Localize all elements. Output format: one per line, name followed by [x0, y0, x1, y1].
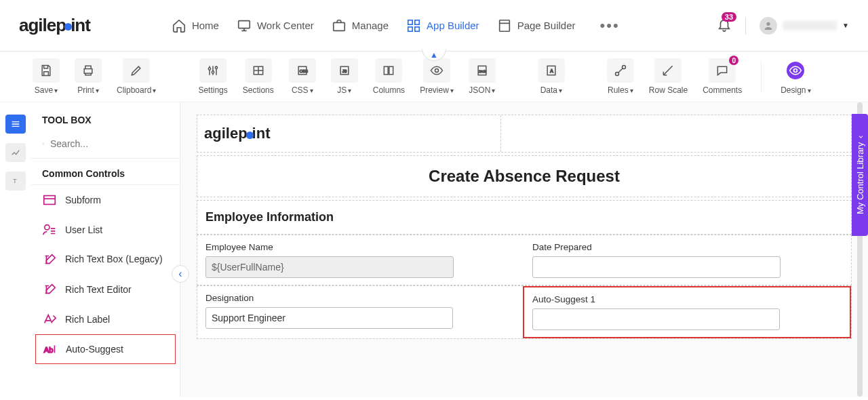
briefcase-icon: [332, 18, 347, 33]
date-prepared-input[interactable]: [532, 256, 781, 278]
logo-dot-icon: [246, 132, 254, 139]
nav-app-builder[interactable]: App Builder: [406, 17, 479, 35]
left-rail: T: [0, 102, 31, 397]
save-label: Save: [35, 85, 53, 95]
design-button[interactable]: Design▾: [781, 58, 810, 95]
rail-toolbox[interactable]: [5, 115, 26, 134]
columns-button[interactable]: Columns: [373, 58, 405, 95]
field-designation[interactable]: Designation: [197, 286, 523, 338]
employee-name-input[interactable]: [205, 256, 454, 278]
preview-label: Preview: [420, 85, 449, 95]
sidebar-collapse-button[interactable]: ‹: [172, 265, 189, 283]
svg-rect-1: [334, 22, 345, 31]
control-rich-label[interactable]: Rich Label: [31, 304, 180, 334]
rich-label-icon: [42, 312, 57, 327]
columns-icon: [382, 64, 395, 77]
form-header-row[interactable]: agilepint: [197, 115, 852, 153]
field-employee-name[interactable]: Employee Name: [197, 235, 524, 285]
json-icon: JSON: [475, 64, 489, 77]
data-button[interactable]: A Data▾: [538, 58, 565, 95]
rail-data[interactable]: [5, 143, 26, 162]
user-menu[interactable]: ▼: [760, 17, 849, 35]
nav-work-center[interactable]: Work Center: [237, 17, 314, 35]
columns-label: Columns: [373, 85, 405, 95]
notifications-badge: 33: [722, 12, 736, 22]
control-library-tab[interactable]: My Control Library ‹: [852, 114, 868, 236]
control-auto-suggest-label: Auto-Suggest: [66, 344, 123, 355]
brand-logo: agilepint: [19, 15, 90, 36]
css-button[interactable]: CSS CSS▾: [289, 58, 316, 95]
toolbox-panel: TOOL BOX Common Controls Subform User Li…: [31, 102, 180, 397]
js-icon: JS: [338, 64, 351, 77]
form-logo: agilepint: [204, 125, 494, 142]
nav-app-builder-label: App Builder: [427, 20, 479, 31]
control-rich-text-legacy-label: Rich Text Box (Legacy): [65, 254, 163, 264]
control-user-list[interactable]: User List: [31, 215, 180, 245]
nav-more[interactable]: •••: [600, 17, 620, 35]
designation-label: Designation: [205, 293, 515, 303]
control-rich-label-label: Rich Label: [65, 314, 110, 325]
notifications-button[interactable]: 33: [717, 17, 732, 35]
sections-icon: [252, 64, 265, 77]
save-button[interactable]: Save▾: [33, 58, 60, 95]
control-rich-text-legacy[interactable]: Rich Text Box (Legacy): [31, 245, 180, 275]
nav-manage[interactable]: Manage: [332, 17, 389, 35]
row-2: Designation Auto-Suggest 1: [197, 285, 852, 339]
designation-input[interactable]: [205, 307, 453, 329]
data-label: Data: [540, 85, 557, 95]
nav-home[interactable]: Home: [172, 17, 219, 35]
control-auto-suggest[interactable]: Ab Auto-Suggest: [35, 334, 176, 364]
comments-button[interactable]: 0 Comments: [703, 58, 742, 95]
svg-rect-2: [408, 20, 412, 24]
form-title[interactable]: Create Absence Request: [197, 155, 852, 197]
form-canvas[interactable]: agilepint Create Absence Request Employe…: [180, 102, 868, 397]
nav-page-builder[interactable]: Page Builder: [497, 17, 576, 35]
toolbox-search[interactable]: [31, 134, 180, 159]
field-auto-suggest[interactable]: Auto-Suggest 1: [523, 286, 851, 338]
search-input[interactable]: [50, 138, 169, 149]
svg-rect-29: [44, 196, 56, 205]
field-date-prepared[interactable]: Date Prepared: [524, 235, 851, 285]
user-icon: [763, 20, 774, 31]
design-label: Design: [781, 85, 806, 95]
rules-icon: [614, 64, 627, 77]
svg-rect-5: [415, 26, 419, 31]
user-list-icon: [42, 222, 57, 237]
svg-point-19: [435, 69, 438, 73]
svg-rect-3: [415, 20, 419, 24]
settings-label: Settings: [198, 85, 227, 95]
auto-suggest-input[interactable]: [532, 308, 780, 330]
toolbar-separator: [761, 61, 762, 92]
clipboard-button[interactable]: Clipboard▾: [117, 58, 156, 95]
chevron-down-icon: ▼: [842, 22, 849, 29]
home-icon: [172, 18, 186, 33]
preview-button[interactable]: Preview▾: [420, 58, 454, 95]
row-scale-button[interactable]: Row Scale: [649, 58, 688, 95]
print-label: Print: [77, 85, 94, 95]
js-button[interactable]: JS JS▾: [331, 58, 358, 95]
print-button[interactable]: Print▾: [75, 58, 102, 95]
section-header[interactable]: Employee Information: [197, 200, 852, 235]
control-subform[interactable]: Subform: [31, 185, 180, 215]
svg-point-7: [766, 22, 770, 25]
rich-text-legacy-icon: [42, 252, 57, 267]
separator: [745, 17, 746, 35]
monitor-icon: [237, 18, 252, 33]
rail-text[interactable]: T: [5, 172, 26, 191]
rules-button[interactable]: Rules▾: [607, 58, 634, 95]
controls-group-header[interactable]: Common Controls: [31, 159, 180, 185]
js-label: JS: [337, 85, 347, 95]
svg-point-9: [208, 68, 210, 70]
control-rich-text-editor[interactable]: Rich Text Editor: [31, 275, 180, 304]
chevron-up-icon: ▲: [430, 50, 438, 60]
settings-button[interactable]: Settings: [198, 58, 227, 95]
controls-list: Subform User List Rich Text Box (Legacy)…: [31, 185, 180, 397]
json-button[interactable]: JSON JSON▾: [469, 58, 496, 95]
control-user-list-label: User List: [65, 224, 102, 235]
date-prepared-label: Date Prepared: [532, 242, 843, 252]
svg-point-11: [215, 66, 217, 68]
sections-button[interactable]: Sections: [243, 58, 274, 95]
svg-point-10: [212, 71, 214, 73]
chevron-left-icon: ‹: [178, 268, 182, 280]
control-rich-text-editor-label: Rich Text Editor: [65, 284, 132, 295]
